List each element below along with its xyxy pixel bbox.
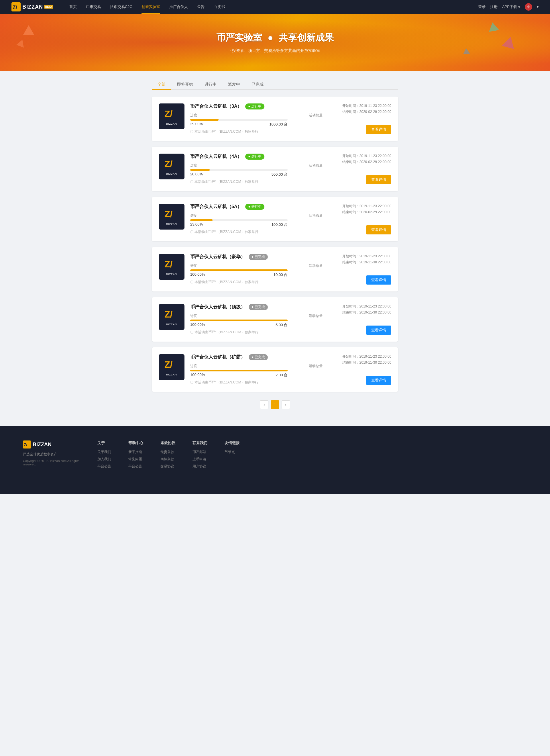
app-download-button[interactable]: APP下载 ▾ (502, 4, 520, 9)
project-footer-text-4: 本活动由币严°（BIZZAN.COM）独家举行 (195, 330, 259, 335)
project-logo-3: Z/ BIZZAN (159, 254, 185, 280)
status-badge-4: ● 已完成 (249, 304, 268, 310)
project-header-2: 币严合伙人云矿机（5A） ● 进行中 (190, 204, 322, 210)
tab-active[interactable]: 进行中 (199, 80, 222, 89)
project-list: Z/ BIZZAN 币严合伙人云矿机（3A） ● 进行中 进度 活动总量 (152, 97, 398, 392)
svg-text:Z/: Z/ (165, 209, 173, 219)
footer-help-link-2[interactable]: 常见问题 (128, 457, 143, 462)
hero-banner: 币严实验室 ● 共享创新成果 · 投资者、项目方、交易所等多方共赢的开放实验室 (0, 14, 550, 71)
footer-about-link-1[interactable]: 关于我们 (97, 450, 111, 455)
project-meta-2: 开始时间：2019-11-23 22:00:00 结束时间：2020-02-29… (328, 204, 391, 234)
nav-whitepaper[interactable]: 白皮书 (209, 0, 230, 14)
nav-lab[interactable]: 创新实验室 (137, 0, 165, 14)
detail-button-2[interactable]: 查看详情 (366, 225, 391, 234)
project-logo-brand-1: BIZZAN (166, 173, 177, 175)
tab-upcoming[interactable]: 即将开始 (171, 80, 199, 89)
total-label-5: 活动总量 (309, 364, 322, 369)
project-logo-1: Z/ BIZZAN (159, 154, 185, 179)
main-nav: 首页 币市交易 法币交易C2C 创新实验室 推广合伙人 公告 白皮书 (65, 0, 478, 14)
tab-all[interactable]: 全部 (152, 80, 171, 89)
project-logo-brand-3: BIZZAN (166, 273, 177, 276)
progress-numbers-3: 100.00% 10.00 台 (190, 272, 287, 277)
project-logo-0: Z/ BIZZAN (159, 103, 185, 129)
project-name-0: 币严合伙人云矿机（3A） (190, 103, 242, 109)
total-label-0: 活动总量 (309, 113, 322, 118)
project-name-5: 币严合伙人云矿机（矿霸） (190, 354, 245, 360)
project-logo-brand-5: BIZZAN (166, 373, 177, 376)
tab-distributing[interactable]: 派发中 (222, 80, 246, 89)
page-1-button[interactable]: 1 (271, 400, 279, 409)
footer-contact-link-3[interactable]: 用户协议 (193, 464, 208, 469)
nav-c2c[interactable]: 法币交易C2C (105, 0, 137, 14)
info-icon-0: ⓘ (190, 130, 193, 134)
next-page-button[interactable]: › (281, 400, 290, 409)
footer-terms-link-1[interactable]: 免责条款 (161, 450, 175, 455)
progress-labels-1: 进度 活动总量 (190, 163, 322, 168)
project-header-1: 币严合伙人云矿机（4A） ● 进行中 (190, 154, 322, 160)
detail-button-0[interactable]: 查看详情 (366, 125, 391, 134)
progress-numbers-4: 100.00% 5.00 台 (190, 322, 287, 328)
footer-contact-link-2[interactable]: 上币申请 (193, 457, 208, 462)
footer-logo: Z/ BIZZAN (23, 440, 80, 448)
progress-bar-fill-0 (190, 119, 219, 121)
next-arrow-icon: › (285, 403, 286, 407)
project-logo-5: Z/ BIZZAN (159, 354, 185, 380)
detail-button-3[interactable]: 查看详情 (366, 275, 391, 285)
nav-home[interactable]: 首页 (65, 0, 81, 14)
project-header-0: 币严合伙人云矿机（3A） ● 进行中 (190, 103, 322, 109)
footer-contact-link-1[interactable]: 币严邮箱 (193, 450, 208, 455)
date-info-5: 开始时间：2019-11-23 22:00:00 结束时间：2019-11-30… (342, 354, 391, 366)
footer-about-link-2[interactable]: 加入我们 (97, 457, 111, 462)
hero-subtitle: · 投资者、项目方、交易所等多方共赢的开放实验室 (230, 48, 320, 53)
footer-copyright: Copyright © 2019 - Bizzan.com All rights… (23, 459, 80, 466)
nav-announcement[interactable]: 公告 (193, 0, 209, 14)
detail-button-1[interactable]: 查看详情 (366, 175, 391, 184)
svg-text:Z/: Z/ (165, 109, 173, 119)
project-info-2: 币严合伙人云矿机（5A） ● 进行中 进度 活动总量 23.00% 100.00… (190, 204, 322, 234)
navbar-right: 登录 注册 APP下载 ▾ 中 ▾ (478, 3, 539, 11)
brand-logo[interactable]: Z/ BIZZAN BETA (11, 2, 53, 11)
footer-friendlink-1[interactable]: 节节点 (225, 450, 240, 455)
footer-friendlinks-title: 友情链接 (225, 440, 240, 446)
deco-tri-3 (488, 21, 499, 32)
project-logo-icon-0: Z/ (165, 108, 179, 121)
project-meta-5: 开始时间：2019-11-23 22:00:00 结束时间：2019-11-30… (328, 354, 391, 385)
detail-button-5[interactable]: 查看详情 (366, 376, 391, 385)
total-label-2: 活动总量 (309, 213, 322, 218)
progress-numbers-2: 23.00% 100.00 台 (190, 222, 287, 227)
footer-about-link-3[interactable]: 平台公告 (97, 464, 111, 469)
total-amount-5: 2.00 台 (275, 373, 287, 378)
project-info-1: 币严合伙人云矿机（4A） ● 进行中 进度 活动总量 20.00% 500.00… (190, 154, 322, 184)
project-footer-text-1: 本活动由币严°（BIZZAN.COM）独家举行 (195, 179, 259, 184)
detail-button-4[interactable]: 查看详情 (366, 326, 391, 335)
progress-bar-bg-2 (190, 219, 287, 221)
footer-help-link-3[interactable]: 平台公告 (128, 464, 143, 469)
progress-label-4: 进度 (190, 314, 197, 318)
footer-brand-name: BIZZAN (33, 442, 52, 448)
project-info-4: 币严合伙人云矿机（顶级） ● 已完成 进度 活动总量 100.00% 5.00 … (190, 304, 322, 335)
login-button[interactable]: 登录 (478, 4, 486, 9)
svg-text:Z/: Z/ (165, 259, 173, 269)
project-footer-0: ⓘ 本活动由币严°（BIZZAN.COM）独家举行 (190, 129, 322, 134)
project-logo-brand-0: BIZZAN (166, 122, 177, 125)
nav-partner[interactable]: 推广合伙人 (165, 0, 193, 14)
footer-terms-link-2[interactable]: 商标条款 (161, 457, 175, 462)
project-card-1: Z/ BIZZAN 币严合伙人云矿机（4A） ● 进行中 进度 活动总量 (152, 147, 398, 191)
tab-completed[interactable]: 已完成 (246, 80, 269, 89)
brand-name: BIZZAN (22, 4, 43, 10)
end-time-3: 结束时间：2019-11-30 22:00:00 (342, 260, 391, 265)
hero-title: 币严实验室 ● 共享创新成果 (216, 32, 333, 44)
nav-trading[interactable]: 币市交易 (81, 0, 105, 14)
prev-page-button[interactable]: ‹ (260, 400, 269, 409)
footer-help-link-1[interactable]: 新手指南 (128, 450, 143, 455)
date-info-4: 开始时间：2019-11-23 22:00:00 结束时间：2019-11-30… (342, 304, 391, 316)
footer-help-col: 帮助中心 新手指南 常见问题 平台公告 (128, 440, 143, 471)
footer-terms-link-3[interactable]: 交易协议 (161, 464, 175, 469)
project-name-3: 币严合伙人云矿机（豪华） (190, 254, 245, 260)
chevron-down-icon: ▾ (518, 5, 520, 9)
prev-arrow-icon: ‹ (264, 403, 265, 407)
footer: Z/ BIZZAN 严选全球优质数字资产 Copyright © 2019 - … (0, 426, 550, 494)
project-logo-brand-4: BIZZAN (166, 323, 177, 326)
language-selector[interactable]: 中 (525, 3, 532, 11)
register-button[interactable]: 注册 (490, 4, 498, 9)
